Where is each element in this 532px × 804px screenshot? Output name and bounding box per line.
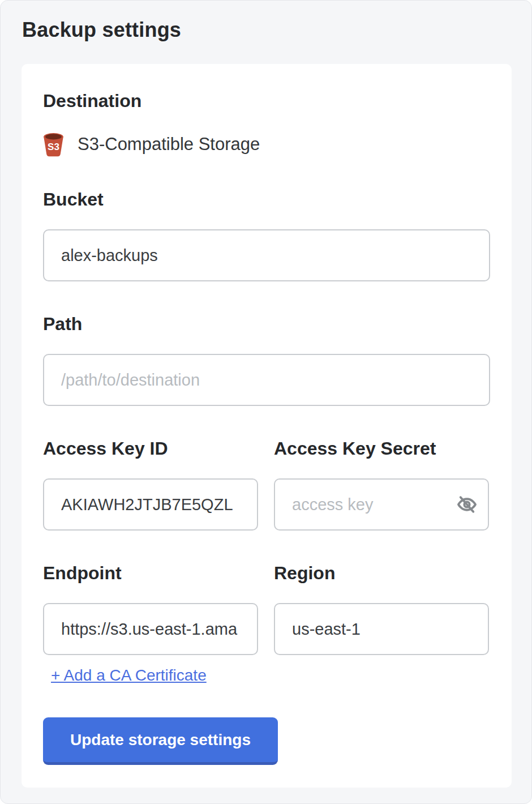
region-field: Region (274, 562, 489, 655)
backup-settings-page: Backup settings Destination S3 S3-Compat… (0, 0, 532, 804)
path-label: Path (43, 313, 490, 335)
add-ca-certificate-link[interactable]: + Add a CA Certificate (51, 664, 207, 687)
s3-bucket-icon: S3 (43, 132, 64, 157)
destination-value-row: S3 S3-Compatible Storage (43, 132, 490, 157)
endpoint-field: Endpoint (43, 562, 258, 655)
endpoint-label: Endpoint (43, 562, 258, 584)
access-key-secret-label: Access Key Secret (274, 438, 489, 459)
endpoint-region-row: Endpoint Region (43, 562, 490, 655)
access-key-secret-wrap (274, 478, 489, 531)
page-title: Backup settings (22, 18, 531, 42)
destination-label: Destination (43, 90, 490, 112)
update-storage-settings-button[interactable]: Update storage settings (43, 717, 278, 765)
bucket-label: Bucket (43, 189, 490, 210)
destination-value: S3-Compatible Storage (78, 134, 260, 155)
access-key-id-input[interactable] (43, 478, 258, 531)
svg-text:S3: S3 (48, 142, 59, 152)
access-keys-row: Access Key ID Access Key Secret (43, 438, 490, 531)
region-label: Region (274, 562, 489, 584)
region-input[interactable] (274, 603, 489, 655)
access-key-id-field: Access Key ID (43, 438, 258, 531)
eye-off-icon[interactable] (456, 494, 478, 515)
endpoint-input[interactable] (43, 603, 258, 655)
bucket-input[interactable] (43, 229, 490, 281)
access-key-id-label: Access Key ID (43, 438, 258, 459)
backup-settings-card: Destination S3 S3-Compatible Storage Buc… (22, 64, 512, 788)
access-key-secret-field: Access Key Secret (274, 438, 489, 531)
path-input[interactable] (43, 354, 490, 406)
